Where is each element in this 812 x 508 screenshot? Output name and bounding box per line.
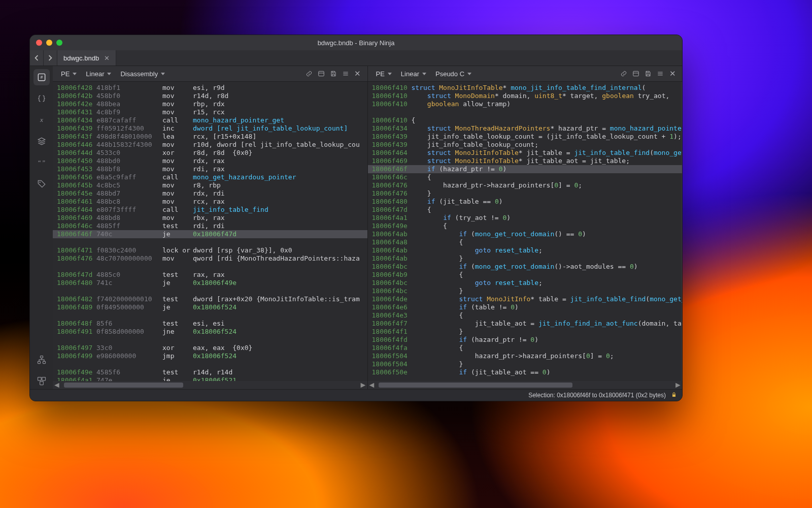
pseudoc-row[interactable]: 18006f439 jit_info_table_lookup_count; — [368, 141, 683, 149]
disasm-row[interactable] — [53, 263, 367, 271]
disasm-row[interactable]: 18006f471f0830c2400lock ordword [rsp {va… — [53, 246, 367, 255]
disasm-row[interactable]: 18006f45e488bd7movrdx, rdi — [53, 189, 367, 198]
disasm-row[interactable] — [53, 287, 367, 295]
lock-icon[interactable] — [671, 392, 677, 399]
pseudoc-row[interactable]: 18006f4fd if (hazard_ptr != 0) — [368, 336, 683, 344]
close-pane-icon[interactable]: ✕ — [667, 68, 678, 79]
disasm-row[interactable]: 18006f45b4c8bc5movr8, rbp — [53, 181, 367, 189]
close-window-button[interactable] — [36, 40, 42, 46]
pseudoc-row[interactable]: 18006f469 struct MonoJitInfoTable* jit_t… — [368, 157, 683, 165]
disasm-row[interactable]: 18006f44d4533c0xorr8d, r8d {0x0} — [53, 149, 367, 157]
pseudoc-listing[interactable]: 18006f410struct MonoJitInfoTable* mono_j… — [368, 82, 683, 376]
pseudoc-row[interactable]: 18006f410 struct MonoDomain* domain, uin… — [368, 92, 683, 100]
history-back-button[interactable] — [30, 50, 44, 66]
file-tab[interactable]: bdwgc.bndb ✕ — [57, 50, 116, 66]
disasm-row[interactable]: 18006f469488bd8movrbx, rax — [53, 214, 367, 222]
disassembly-listing[interactable]: 18006f428418bf1movesi, r9d18006f42b458bf… — [53, 82, 367, 381]
pseudoc-row[interactable]: 18006f410 gboolean allow_tramp) — [368, 100, 683, 108]
disasm-row[interactable]: 18006f464e807f3ffffcalljit_info_table_fi… — [53, 206, 367, 214]
pseudoc-row[interactable]: 18006f49e { — [368, 222, 683, 230]
components-icon[interactable] — [33, 373, 50, 389]
layers-icon[interactable] — [33, 133, 50, 149]
disasm-row[interactable]: 18006f47d4885c0testrax, rax — [53, 271, 367, 279]
zoom-window-button[interactable] — [56, 40, 62, 46]
pseudoc-row[interactable]: 18006f4bc goto reset_table; — [368, 279, 683, 287]
mode-dropdown[interactable]: Linear — [82, 68, 115, 80]
disasm-row[interactable]: 18006f42b458bf0movr14d, r8d — [53, 92, 367, 100]
disasm-row[interactable]: 18006f482f7402000000010testdword [rax+0x… — [53, 295, 367, 303]
split-icon[interactable] — [316, 68, 327, 79]
strings-icon[interactable]: “ ” — [33, 154, 50, 171]
disasm-row[interactable]: 18006f434e887cafaffcallmono_hazard_point… — [53, 116, 367, 124]
pseudoc-row[interactable]: 18006f4bc if (mono_get_root_domain()->ao… — [368, 263, 683, 271]
scroll-left-icon[interactable]: ◄ — [53, 381, 61, 389]
pseudoc-row[interactable]: 18006f4f1 } — [368, 328, 683, 336]
disasm-row[interactable]: 18006f49733c0xoreax, eax {0x0} — [53, 344, 367, 352]
format-dropdown[interactable]: PE — [57, 68, 81, 80]
pseudoc-row[interactable]: 18006f476 hazard_ptr->hazard_pointers[0]… — [368, 181, 683, 189]
pseudoc-row[interactable]: 18006f434 struct MonoThreadHazardPointer… — [368, 124, 683, 133]
disasm-row[interactable]: 18006f439ff05912f4300incdword [rel jit_i… — [53, 124, 367, 133]
minimize-window-button[interactable] — [46, 40, 52, 46]
disasm-row[interactable] — [53, 360, 367, 368]
disasm-row[interactable]: 18006f47648c70700000000movqword [rdi {Mo… — [53, 255, 367, 263]
disasm-row[interactable]: 18006f428418bf1movesi, r9d — [53, 84, 367, 92]
disasm-row[interactable]: 18006f4a1747eje0x18006f521 — [53, 376, 367, 381]
save-icon[interactable] — [328, 68, 339, 79]
close-tab-icon[interactable]: ✕ — [104, 54, 110, 62]
disasm-row[interactable]: 18006f450488bd0movrdx, rax — [53, 157, 367, 165]
menu-icon[interactable] — [655, 68, 666, 79]
pseudoc-row[interactable]: 18006f4de struct MonoJitInfo* table = ji… — [368, 295, 683, 303]
graph-icon[interactable] — [33, 352, 50, 368]
titlebar[interactable]: bdwgc.bndb - Binary Ninja — [30, 35, 682, 50]
pseudoc-row[interactable]: 18006f4b9 { — [368, 271, 683, 279]
disasm-row[interactable] — [53, 238, 367, 246]
scroll-right-icon[interactable]: ► — [674, 381, 682, 389]
pseudoc-row[interactable] — [368, 108, 683, 116]
pseudoc-row[interactable]: 18006f504 } — [368, 360, 683, 368]
pseudoc-row[interactable]: 18006f480 if (jit_table == 0) — [368, 198, 683, 206]
close-pane-icon[interactable]: ✕ — [352, 68, 363, 79]
pseudoc-row[interactable]: 18006f47d { — [368, 206, 683, 214]
view-dropdown[interactable]: Disassembly — [116, 68, 169, 80]
pseudoc-row[interactable]: 18006f46c { — [368, 173, 683, 181]
pseudoc-row[interactable]: 18006f4a8 { — [368, 238, 683, 246]
history-forward-button[interactable] — [44, 50, 57, 66]
disasm-row[interactable]: 18006f46c4885fftestrdi, rdi — [53, 222, 367, 230]
disasm-row[interactable]: 18006f43f498d8f48010000learcx, [r15+0x14… — [53, 133, 367, 141]
disasm-row[interactable]: 18006f461488bc8movrcx, rax — [53, 198, 367, 206]
pseudoc-row[interactable]: 18006f4fa { — [368, 344, 683, 352]
pseudoc-row[interactable]: 18006f4a1 if (try_aot != 0) — [368, 214, 683, 222]
disasm-row[interactable]: 18006f4890f8495000000je0x18006f524 — [53, 303, 367, 311]
pseudoc-row[interactable]: 18006f46f if (hazard_ptr != 0) — [368, 165, 683, 173]
menu-icon[interactable] — [340, 68, 351, 79]
format-dropdown[interactable]: PE — [372, 68, 396, 80]
disasm-row[interactable]: 18006f456e8a5c9faffcallmono_get_hazardou… — [53, 173, 367, 181]
disassembly-hscrollbar[interactable]: ◄ ► — [53, 381, 367, 389]
split-icon[interactable] — [630, 68, 641, 79]
mode-dropdown[interactable]: Linear — [397, 68, 430, 80]
pseudoc-row[interactable]: 18006f4e3 { — [368, 311, 683, 320]
variable-icon[interactable]: x — [33, 112, 50, 128]
disasm-row[interactable]: 18006f4910f858d000000jne0x18006f524 — [53, 328, 367, 336]
pseudoc-row[interactable]: 18006f410struct MonoJitInfoTable* mono_j… — [368, 84, 683, 92]
braces-icon[interactable] — [33, 90, 50, 107]
pseudoc-row[interactable]: 18006f4ab goto reset_table; — [368, 246, 683, 255]
disasm-row[interactable]: 18006f4314c8bf9movr15, rcx — [53, 108, 367, 116]
disasm-row[interactable] — [53, 336, 367, 344]
pseudoc-row[interactable]: 18006f410{ — [368, 116, 683, 124]
scroll-left-icon[interactable]: ◄ — [368, 381, 376, 389]
disasm-row[interactable] — [53, 311, 367, 320]
disasm-row[interactable]: 18006f46f740cje0x18006f47d — [53, 230, 367, 238]
pseudoc-row[interactable]: 18006f464 struct MonoJitInfoTable* jit_t… — [368, 149, 683, 157]
pseudoc-row[interactable]: 18006f4ab } — [368, 255, 683, 263]
save-icon[interactable] — [642, 68, 654, 79]
disasm-row[interactable]: 18006f49e4585f6testr14d, r14d — [53, 368, 367, 376]
disasm-row[interactable]: 18006f48f85f6testesi, esi — [53, 320, 367, 328]
disasm-row[interactable]: 18006f499e986000000jmp0x18006f524 — [53, 352, 367, 360]
disasm-row[interactable]: 18006f453488bf8movrdi, rax — [53, 165, 367, 173]
pseudoc-row[interactable]: 18006f50e if (jit_table_aot == 0) — [368, 368, 683, 376]
disasm-row[interactable]: 18006f446448b15832f4300movr10d, dword [r… — [53, 141, 367, 149]
pseudoc-row[interactable]: 18006f4f7 jit_table_aot = jit_info_find_… — [368, 320, 683, 328]
disasm-row[interactable]: 18006f42e488beamovrbp, rdx — [53, 100, 367, 108]
